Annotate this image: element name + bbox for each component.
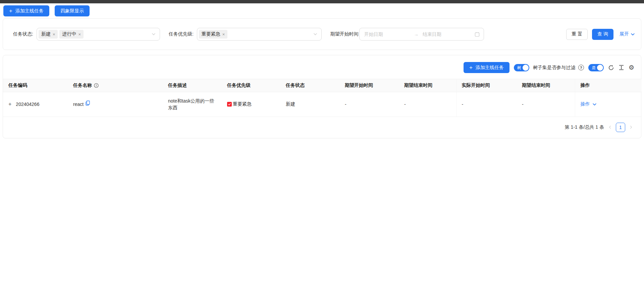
task-priority-select[interactable]: 重要紧急 × [197, 28, 322, 41]
task-priority-cell: 重要紧急 [222, 92, 280, 117]
task-name-cell: react [68, 92, 163, 117]
col-header-task-description: 任务描述 [163, 79, 222, 92]
expected-end-2-cell: - [517, 92, 575, 117]
close-icon[interactable]: × [53, 32, 55, 37]
task-description-cell: note和task公用的一些东西 [163, 92, 222, 117]
table-row: + 202404266 react note和task公用的一些东西 [3, 92, 642, 117]
priority-flag-icon [227, 102, 232, 107]
search-button-label: 查 询 [597, 31, 608, 37]
page-1-button[interactable]: 1 [616, 123, 625, 132]
status-tag-new-label: 新建 [41, 31, 51, 37]
expected-start-cell: - [339, 92, 399, 117]
prev-page-button[interactable] [607, 125, 612, 129]
reset-button[interactable]: 重 置 [566, 29, 588, 40]
task-status-select[interactable]: 新建 × 进行中 × [37, 28, 160, 41]
chevron-down-icon [152, 32, 156, 36]
actual-start-value: - [462, 102, 464, 107]
question-circle-icon[interactable]: ? [578, 65, 584, 70]
col-header-expected-start: 期望开始时间 [339, 79, 399, 92]
col-header-task-priority: 任务优先级 [222, 79, 280, 92]
filter-card: 任务状态: 新建 × 进行中 × 任务优先级: 重要紧急 × 期望开始时间 [3, 18, 641, 50]
task-priority-label: 任务优先级: [169, 31, 194, 37]
row-action-dropdown[interactable]: 操作 [581, 101, 597, 107]
toggle-knob [523, 65, 529, 71]
task-description: note和task公用的一些东西 [168, 98, 216, 111]
pagination: 第 1-1 条/总共 1 条 1 [3, 117, 641, 132]
tree-filter-yes-toggle-label: 是 [589, 66, 597, 70]
row-actions-cell: 操作 [575, 92, 642, 117]
date-range-picker[interactable]: → [359, 28, 484, 41]
expected-end-2-value: - [522, 102, 524, 107]
status-tag-new: 新建 × [39, 30, 58, 39]
next-page-button[interactable] [629, 125, 634, 129]
range-arrow-icon: → [414, 32, 419, 37]
toolbar-add-main-task-label: 添加主线任务 [476, 65, 504, 71]
col-header-expected-end-2: 期望结束时间 [517, 79, 575, 92]
task-priority: 重要紧急 [233, 101, 252, 107]
status-tag-inprogress: 进行中 × [59, 30, 84, 39]
task-status-label: 任务状态: [13, 31, 33, 37]
expected-end-cell: - [399, 92, 456, 117]
add-main-task-label: 添加主线任务 [15, 8, 44, 14]
status-tag-inprogress-label: 进行中 [62, 31, 76, 37]
gear-icon[interactable]: ⚙ [629, 64, 634, 71]
chevron-down-icon [631, 32, 635, 37]
task-table: 任务编码 任务名称 任务描述 任务优先级 任务状态 期望开始时间 期望结束时间 … [3, 79, 642, 117]
refresh-icon[interactable] [608, 65, 614, 71]
col-header-task-code: 任务编码 [3, 79, 68, 92]
task-table-card: + 添加主线任务 树 树子集是否参与过滤 ? 是 ⚙ 任务编码 [3, 55, 641, 138]
plus-icon: + [469, 65, 473, 70]
table-header-row: 任务编码 任务名称 任务描述 任务优先级 任务状态 期望开始时间 期望结束时间 … [3, 79, 642, 92]
column-height-icon[interactable] [619, 65, 624, 70]
end-date-input[interactable] [422, 31, 465, 37]
plus-icon: + [9, 8, 12, 14]
toggle-knob [597, 65, 603, 71]
tree-mode-toggle-label: 树 [515, 66, 523, 70]
priority-tag-urgent: 重要紧急 × [199, 30, 228, 39]
expected-start-time-label: 期望开始时间 [330, 31, 359, 37]
row-action-label: 操作 [581, 101, 590, 107]
top-dark-bar [0, 0, 644, 3]
task-code: 202404266 [16, 102, 39, 107]
copy-icon[interactable] [86, 101, 90, 106]
tree-filter-label: 树子集是否参与过滤 [533, 65, 575, 71]
calendar-icon [475, 32, 480, 37]
col-header-actions: 操作 [575, 79, 642, 92]
col-header-task-status: 任务状态 [280, 79, 339, 92]
filter-buttons-group: 重 置 查 询 展开 [566, 29, 635, 40]
close-icon[interactable]: × [222, 32, 225, 37]
chevron-down-icon [313, 32, 317, 36]
task-status-cell: 新建 [280, 92, 339, 117]
task-name: react [73, 102, 84, 107]
actual-start-cell: - [456, 92, 517, 117]
add-main-task-button[interactable]: + 添加主线任务 [3, 5, 49, 16]
chevron-down-icon [592, 102, 597, 107]
task-status: 新建 [286, 101, 295, 107]
col-header-task-name: 任务名称 [68, 79, 163, 92]
task-status-tags: 新建 × 进行中 × [39, 30, 84, 39]
quadrant-display-button[interactable]: 四象限显示 [55, 5, 90, 16]
quadrant-display-label: 四象限显示 [60, 8, 84, 14]
toolbar-add-main-task-button[interactable]: + 添加主线任务 [464, 62, 509, 73]
page-actions-row: + 添加主线任务 四象限显示 [3, 5, 641, 16]
expand-link[interactable]: 展开 [620, 31, 635, 37]
search-button[interactable]: 查 询 [592, 29, 613, 40]
col-header-expected-end: 期望结束时间 [399, 79, 456, 92]
info-circle-icon[interactable] [94, 83, 99, 88]
expand-link-label: 展开 [620, 31, 629, 37]
task-code-cell: + 202404266 [3, 92, 68, 117]
pagination-summary: 第 1-1 条/总共 1 条 [565, 124, 604, 130]
priority-tag-urgent-label: 重要紧急 [202, 31, 220, 37]
task-priority-tags: 重要紧急 × [199, 30, 228, 39]
col-header-task-name-label: 任务名称 [73, 82, 92, 88]
expand-row-button[interactable]: + [8, 102, 11, 107]
col-header-actual-start: 实际开始时间 [456, 79, 517, 92]
close-icon[interactable]: × [78, 32, 81, 37]
tree-filter-yes-toggle[interactable]: 是 [588, 64, 604, 71]
start-date-input[interactable] [364, 31, 407, 37]
expected-start-value: - [345, 102, 346, 107]
tree-mode-toggle[interactable]: 树 [514, 64, 529, 71]
expected-end-value: - [404, 102, 406, 107]
table-toolbar: + 添加主线任务 树 树子集是否参与过滤 ? 是 ⚙ [3, 62, 641, 73]
